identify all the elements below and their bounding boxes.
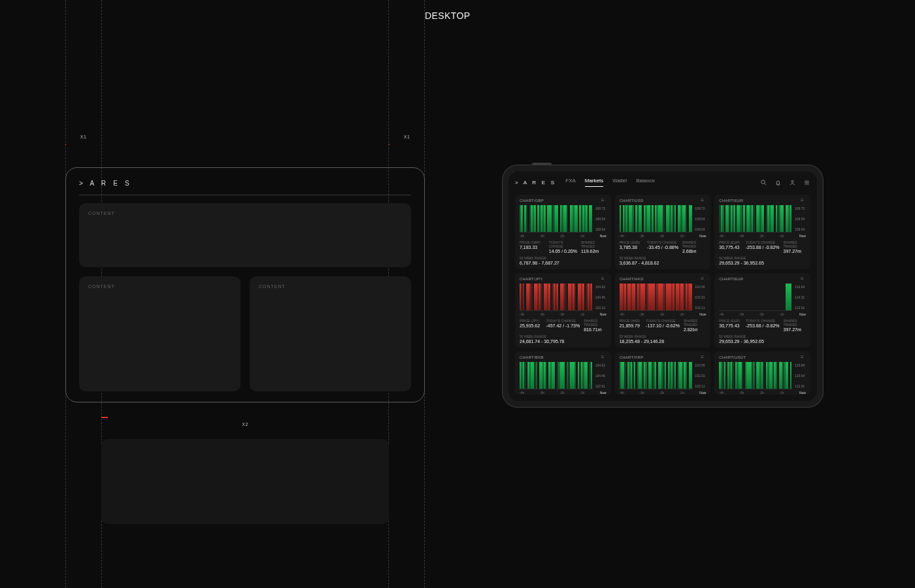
price-bar-chart <box>719 205 792 233</box>
stat-label-range: 52 WEEK RANGE <box>719 335 806 338</box>
price-bar-chart <box>520 205 593 233</box>
bell-icon[interactable] <box>774 178 782 186</box>
svg-line-1 <box>764 183 766 185</box>
stat-label-price: PRICE (USD) <box>620 240 643 244</box>
section-label-desktop: DESKTOP <box>425 10 471 21</box>
menu-icon[interactable] <box>803 178 810 186</box>
stat-value-shares: 816.71m <box>584 327 606 332</box>
stat-label-range: 52 WEEK RANGE <box>520 256 607 260</box>
stat-label-price: PRICE (HKD) <box>620 319 642 323</box>
chart-y-axis: 102.45102.31102.11 <box>692 284 709 311</box>
wire-device-frame: > A R E S CONTENT CONTENT CONTENT <box>65 167 425 402</box>
chart-x-axis: -4h-3h-2h-1hNow <box>615 233 711 238</box>
price-bar-chart <box>719 284 792 311</box>
stat-label-range: 52 WEEK RANGE <box>620 256 707 260</box>
card-menu-icon[interactable]: ≡ <box>701 198 706 203</box>
stat-value-change: 14.05 / 0.20% <box>549 249 577 253</box>
stat-label-shares: SHARES TRADED <box>684 319 706 327</box>
stat-label-range: 52 WEEK RANGE <box>620 335 707 338</box>
stat-label-price: PRICE (JPY) <box>520 319 542 323</box>
chart-y-axis: 134.62134.46122.61 <box>593 362 610 389</box>
card-title: CHART/EUR <box>719 199 743 203</box>
user-icon[interactable] <box>788 178 796 186</box>
market-card: CHART/BNB ≡ 134.62134.46122.61 -4h-3h-2h… <box>515 351 611 395</box>
stat-value-shares: 397.27m <box>784 327 806 332</box>
stat-value-range: 29,653.29 - 36,952.65 <box>719 261 806 265</box>
stat-label-change: TODAY'S CHANGE <box>646 319 680 323</box>
stat-value-range: 29,653.29 - 36,952.65 <box>719 339 806 344</box>
chart-x-axis: -4h-3h-2h-1hNow <box>714 389 810 395</box>
price-bar-chart <box>620 284 693 311</box>
stat-label-shares: SHARES TRADED <box>584 319 606 327</box>
price-bar-chart <box>620 205 693 233</box>
card-menu-icon[interactable]: ≡ <box>801 276 806 282</box>
guide-x1-right: X1 <box>389 142 425 152</box>
market-card: CHART/JPY ≡ 134.62134.46123.12 -4h-3h-2h… <box>515 273 611 348</box>
stat-value-change: -137.10 / -0.62% <box>646 323 680 328</box>
card-title: CHART/XRP <box>620 355 644 359</box>
wire-overflow-block <box>101 439 389 524</box>
market-card: CHART/HKD ≡ 102.45102.31102.11 -4h-3h-2h… <box>615 273 711 348</box>
card-menu-icon[interactable]: ≡ <box>701 355 706 360</box>
stat-label-change: TODAY'S CHANGE <box>549 240 577 248</box>
card-menu-icon[interactable]: ≡ <box>701 276 706 282</box>
card-title: CHART/USDT <box>719 355 746 359</box>
chart-x-axis: -4h-3h-2h-1hNow <box>714 233 810 238</box>
card-menu-icon[interactable]: ≡ <box>801 198 806 203</box>
wire-content-block: CONTENT <box>79 276 241 391</box>
price-bar-chart <box>520 284 593 311</box>
stat-value-range: 24,681.74 - 30,795.78 <box>520 339 607 344</box>
stat-value-price: 25,935.62 <box>520 323 542 328</box>
stat-label-shares: SHARES TRADED <box>784 319 806 327</box>
stat-value-change: -33.45 / -0.88% <box>647 245 678 250</box>
search-icon[interactable] <box>759 178 767 186</box>
stat-value-price: 30,775.43 <box>719 245 741 250</box>
stat-label-shares: SHARES TRADED <box>784 240 806 248</box>
stat-value-change: -253.88 / -0.82% <box>746 245 780 250</box>
price-bar-chart <box>520 362 593 389</box>
chart-y-axis: 115.84115.64112.61 <box>792 362 809 389</box>
card-menu-icon[interactable]: ≡ <box>601 276 607 282</box>
stat-label-range: 52 WEEK RANGE <box>520 335 607 338</box>
wire-content-block: CONTENT <box>250 276 411 391</box>
chart-y-axis: 102.45102.31102.11 <box>692 362 709 389</box>
stat-value-change: -457.42 / -1.73% <box>546 323 580 328</box>
chart-x-axis: -4h-3h-2h-1hNow <box>515 311 611 316</box>
app-screen: > A R E S FXA Markets Wallet Balance <box>508 171 817 401</box>
stat-value-price: 30,775.43 <box>719 323 741 328</box>
tablet-device-frame: > A R E S FXA Markets Wallet Balance <box>502 165 824 408</box>
tab-markets[interactable]: Markets <box>585 178 603 187</box>
app-topbar: > A R E S FXA Markets Wallet Balance <box>508 171 817 189</box>
chart-x-axis: -4h-3h-2h-1hNow <box>615 311 711 316</box>
stat-value-range: 18,235.48 - 29,146.28 <box>620 339 707 344</box>
stat-value-range: 3,636.87 - 4,818.62 <box>620 261 707 265</box>
card-menu-icon[interactable]: ≡ <box>801 355 806 360</box>
wire-content-block: CONTENT <box>79 203 411 267</box>
market-card: CHART/XRP ≡ 102.45102.31102.11 -4h-3h-2h… <box>615 351 711 395</box>
chart-y-axis: 116.64114.31112.61 <box>792 284 809 311</box>
wire-logo: > A R E S <box>79 180 411 187</box>
chart-y-axis: 108.72108.54108.54 <box>692 205 709 233</box>
tab-wallet[interactable]: Wallet <box>612 178 627 187</box>
stat-label-price: PRICE (EUR) <box>719 319 741 323</box>
tab-balance[interactable]: Balance <box>636 178 655 187</box>
chart-y-axis: 134.62134.46123.12 <box>593 284 610 311</box>
app-logo: > A R E S <box>515 180 556 186</box>
stat-label-range: 52 WEEK RANGE <box>719 256 806 260</box>
stat-value-price: 3,785.38 <box>620 245 643 250</box>
card-title: CHART/EUR <box>719 277 743 281</box>
card-menu-icon[interactable]: ≡ <box>601 198 607 203</box>
market-card: CHART/USD ≡ 108.72108.54108.54 -4h-3h-2h… <box>615 195 711 269</box>
card-title: CHART/BNB <box>520 355 544 359</box>
stat-label-price: PRICE (EUR) <box>719 240 741 244</box>
price-bar-chart <box>620 362 693 389</box>
stat-value-shares: 119.62m <box>581 249 607 253</box>
tab-fxa[interactable]: FXA <box>565 178 576 187</box>
chart-x-axis: -4h-3h-2h-1hNow <box>615 389 711 395</box>
stat-value-shares: 397.27m <box>784 249 806 253</box>
guide-x2: X2 <box>101 417 389 427</box>
svg-point-0 <box>761 180 765 184</box>
card-menu-icon[interactable]: ≡ <box>601 355 607 360</box>
market-card: CHART/EUR ≡ 108.72108.54108.54 -4h-3h-2h… <box>714 195 810 269</box>
guide-x1-left: X1 <box>65 142 101 152</box>
